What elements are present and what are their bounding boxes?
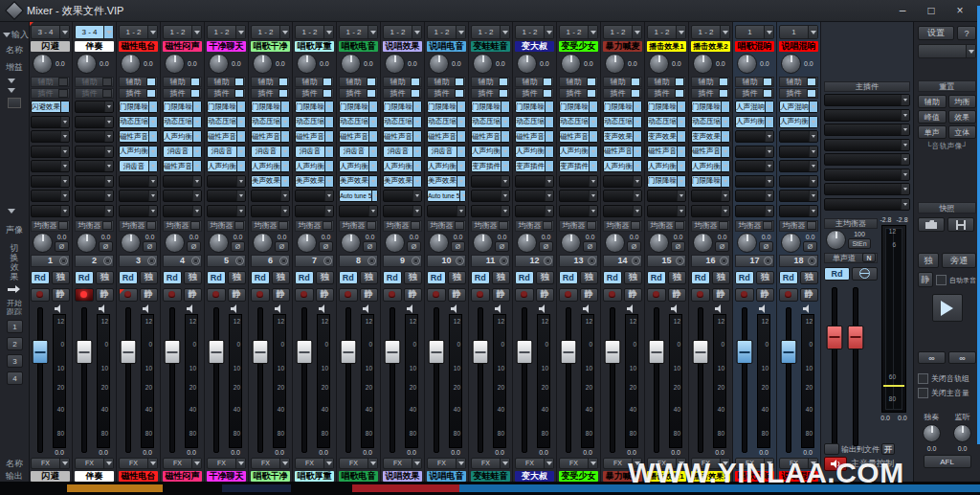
mute-button[interactable]: 静 xyxy=(404,288,423,302)
plugin-slot[interactable]: 门限降噪 xyxy=(383,101,422,113)
speaker-icon[interactable] xyxy=(231,304,240,313)
solo-button[interactable]: 独 xyxy=(316,271,335,284)
input-select[interactable]: 1 - 2 xyxy=(339,25,378,39)
collapse-eq-icon[interactable] xyxy=(8,209,15,214)
plugin-slot[interactable]: 美声效果 xyxy=(295,175,334,188)
input-select[interactable]: 1 - 2 xyxy=(207,25,246,39)
plugin-slot[interactable]: 动态压缩 xyxy=(427,116,466,128)
plugin-slot[interactable] xyxy=(207,190,246,202)
record-button[interactable] xyxy=(779,288,798,302)
read-automation-button[interactable]: Rd xyxy=(691,271,710,284)
plugin-slot[interactable] xyxy=(824,124,910,136)
reset-peaks-button[interactable]: 峰值 xyxy=(918,110,947,124)
settings-gear-icon[interactable] xyxy=(147,257,156,265)
mute-button[interactable]: 静 xyxy=(800,288,819,302)
plugin-slot[interactable]: 动态压缩 xyxy=(559,116,598,128)
fader-handle[interactable] xyxy=(76,340,92,364)
solo-button[interactable]: 独 xyxy=(536,271,555,284)
channel-name-bottom[interactable]: 暴力喊麦 xyxy=(603,471,642,482)
eq-edit-button[interactable] xyxy=(278,221,288,230)
auto-record-checkbox[interactable]: 自动录音 xyxy=(936,275,976,285)
plugin-slot[interactable]: 变声插件 xyxy=(471,160,510,172)
plugin-slot[interactable] xyxy=(779,130,818,143)
channel-name-bottom[interactable]: 唱歌厚重 xyxy=(295,471,334,482)
settings-gear-icon[interactable] xyxy=(279,257,288,265)
mute-button[interactable]: 静 xyxy=(140,288,159,302)
plugin-slot[interactable]: 动态压缩 xyxy=(603,116,642,128)
gain-knob[interactable] xyxy=(297,54,317,74)
gain-knob[interactable] xyxy=(517,54,537,74)
solo-button[interactable]: 独 xyxy=(228,271,247,284)
fader-handle[interactable] xyxy=(560,340,576,364)
record-button[interactable] xyxy=(207,288,226,302)
fx-button[interactable]: FX xyxy=(163,458,202,469)
fader-track[interactable] xyxy=(390,307,395,453)
plugin-slot[interactable] xyxy=(735,146,774,158)
plugin-section-toggle[interactable]: 插件 xyxy=(647,88,686,99)
mute-button[interactable]: 静 xyxy=(228,288,247,302)
solo-button[interactable]: 独 xyxy=(96,271,115,284)
plugin-slot[interactable]: 门限降噪 xyxy=(163,101,202,113)
eq-edit-button[interactable] xyxy=(499,221,508,230)
pan-knob[interactable] xyxy=(253,233,273,253)
speaker-icon[interactable] xyxy=(55,304,64,313)
phase-button[interactable]: Ø xyxy=(803,241,817,252)
mute-button[interactable]: 静 xyxy=(360,288,379,302)
plugin-slot[interactable] xyxy=(251,205,290,217)
channel-name[interactable]: 变蛙蛙音 xyxy=(471,41,510,52)
mute-button[interactable]: 静 xyxy=(96,288,115,302)
settings-gear-icon[interactable] xyxy=(632,257,640,265)
channel-name-bottom[interactable]: 闪避 xyxy=(31,471,70,482)
plugin-slot[interactable] xyxy=(779,146,818,158)
aux-section-toggle[interactable]: 辅助 xyxy=(383,77,422,87)
fader-track[interactable] xyxy=(81,307,87,453)
plugin-slot[interactable] xyxy=(75,175,114,188)
aux-section-toggle[interactable]: 辅助 xyxy=(75,77,114,87)
afl-button[interactable]: AFL xyxy=(924,455,971,468)
input-select[interactable]: 1 - 2 xyxy=(295,25,334,39)
plugin-slot[interactable]: 磁性声音 xyxy=(295,130,334,143)
pan-knob[interactable] xyxy=(605,233,625,253)
snapshot-slot-1[interactable]: 1 xyxy=(7,320,23,333)
solo-button[interactable]: 独 xyxy=(668,271,687,284)
master-bypass-button[interactable] xyxy=(852,267,878,281)
aux-section-toggle[interactable]: 辅助 xyxy=(163,77,202,87)
speaker-icon[interactable] xyxy=(495,304,504,313)
mute-button[interactable]: 静 xyxy=(580,288,599,302)
snapshot-slot-2[interactable]: 2 xyxy=(7,337,23,350)
plugin-slot[interactable]: 门限降噪 xyxy=(251,101,290,113)
plugin-slot[interactable]: 变声效果 xyxy=(603,130,642,143)
plugin-slot[interactable]: 人声均衡 xyxy=(339,160,378,172)
plugin-slot[interactable]: 美声效果 xyxy=(339,175,378,188)
plugin-slot[interactable]: 磁性声音 xyxy=(339,130,378,143)
plugin-slot[interactable] xyxy=(251,190,290,202)
solo-button[interactable]: 独 xyxy=(184,271,203,284)
eq-section-toggle[interactable]: 均衡器 xyxy=(31,220,70,232)
channel-name[interactable]: 唱歌混响 xyxy=(735,41,774,52)
fader-track[interactable] xyxy=(742,307,747,453)
settings-gear-icon[interactable] xyxy=(764,257,772,265)
record-button[interactable] xyxy=(735,288,754,302)
speaker-icon[interactable] xyxy=(187,304,196,313)
plugin-slot[interactable]: 动态压缩 xyxy=(515,116,554,128)
plugin-slot[interactable]: 人声均衡 xyxy=(515,146,554,158)
plugin-slot[interactable] xyxy=(779,160,818,172)
aux-section-toggle[interactable]: 辅助 xyxy=(295,77,334,87)
plugin-slot[interactable]: 人声均衡 xyxy=(119,146,158,158)
gain-knob[interactable] xyxy=(121,54,141,74)
play-button[interactable] xyxy=(932,294,963,322)
plugin-slot[interactable]: 门限降噪 xyxy=(515,101,554,113)
channel-name[interactable]: 播击效果2 xyxy=(691,41,730,52)
fx-button[interactable]: FX xyxy=(339,458,378,469)
pan-knob[interactable] xyxy=(121,233,141,253)
phase-button[interactable]: Ø xyxy=(275,241,289,252)
channel-name[interactable]: 唱歌干净 xyxy=(251,41,290,52)
channel-name[interactable]: 唱歌厚重 xyxy=(295,41,334,52)
eq-section-toggle[interactable]: 均衡器 xyxy=(735,220,774,232)
plugin-slot[interactable] xyxy=(383,205,422,217)
snapshot-slot-3[interactable]: 3 xyxy=(7,354,23,368)
gain-knob[interactable] xyxy=(385,54,405,74)
plugin-section-toggle[interactable]: 插件 xyxy=(779,88,818,99)
eq-section-toggle[interactable]: 均衡器 xyxy=(515,220,554,232)
reset-stereo-button[interactable]: 立体 xyxy=(948,125,977,139)
